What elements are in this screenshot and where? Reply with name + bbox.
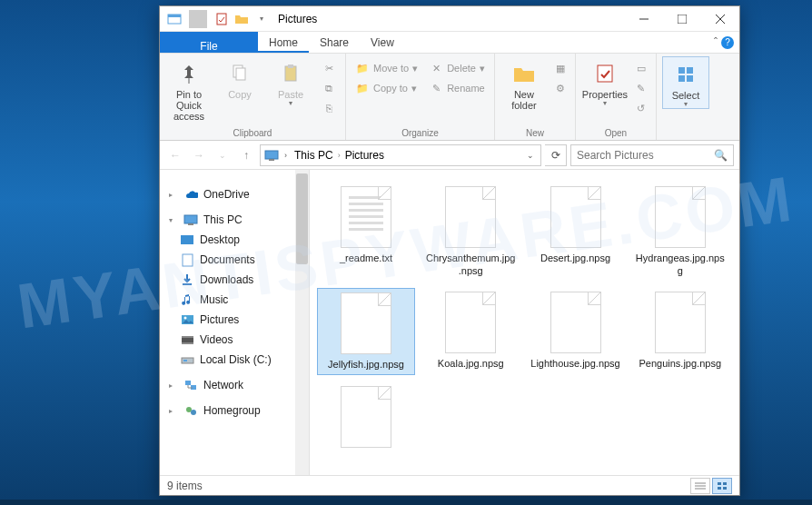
- view-large-icons-button[interactable]: [712, 478, 732, 494]
- file-name-label: Koala.jpg.npsg: [438, 357, 504, 370]
- file-item[interactable]: _readme.txt: [317, 183, 415, 281]
- properties-button[interactable]: Properties ▾: [581, 56, 629, 107]
- sidebar-label: Homegroup: [203, 404, 261, 417]
- tab-share[interactable]: Share: [309, 32, 360, 53]
- file-item[interactable]: [317, 382, 415, 455]
- view-details-button[interactable]: [690, 478, 710, 494]
- copy-to-button[interactable]: 📁Copy to ▾: [352, 79, 421, 97]
- tab-home[interactable]: Home: [258, 32, 309, 53]
- scrollbar-thumb[interactable]: [296, 173, 308, 264]
- new-item-button[interactable]: ▦: [551, 59, 569, 77]
- svg-point-25: [183, 317, 186, 320]
- svg-rect-16: [687, 75, 693, 82]
- paste-button[interactable]: Paste ▾: [267, 56, 314, 107]
- open-button[interactable]: ▭: [632, 59, 650, 77]
- sidebar-item-downloads[interactable]: Downloads: [163, 270, 305, 290]
- expand-icon[interactable]: ▸: [169, 381, 178, 390]
- status-item-count: 9 items: [167, 480, 203, 492]
- breadcrumb-sep[interactable]: ›: [338, 151, 341, 160]
- group-new-label: New: [500, 128, 569, 140]
- minimize-button[interactable]: [625, 6, 663, 32]
- svg-rect-19: [184, 215, 197, 223]
- titlebar: ▾ Pictures: [160, 6, 739, 32]
- copy-path-button[interactable]: ⧉: [318, 79, 340, 97]
- forward-button[interactable]: →: [189, 145, 209, 165]
- pc-icon: [264, 150, 279, 161]
- shortcut-icon: ⎘: [322, 101, 336, 115]
- sidebar-scrollbar[interactable]: [295, 170, 309, 475]
- music-icon: [180, 292, 194, 307]
- breadcrumb-pictures[interactable]: Pictures: [343, 149, 386, 162]
- cut-icon: ✂: [322, 61, 336, 75]
- qat-dropdown-icon[interactable]: ▾: [253, 10, 271, 28]
- file-item[interactable]: Jellyfish.jpg.npsg: [317, 288, 415, 375]
- help-icon[interactable]: ?: [721, 36, 734, 49]
- file-item[interactable]: Koala.jpg.npsg: [421, 288, 520, 375]
- easy-access-button[interactable]: ⚙: [551, 79, 569, 97]
- close-button[interactable]: [701, 6, 739, 32]
- properties-icon: [595, 58, 615, 89]
- qat-newfolder-icon[interactable]: [233, 10, 251, 28]
- collapse-icon[interactable]: ▾: [169, 216, 178, 224]
- expand-icon[interactable]: ▸: [169, 191, 178, 199]
- select-button[interactable]: Select ▾: [662, 56, 709, 109]
- sidebar-item-homegroup[interactable]: ▸ Homegroup: [163, 401, 305, 421]
- copy-button[interactable]: Copy: [216, 56, 263, 100]
- cut-button[interactable]: ✂: [318, 59, 340, 77]
- file-item[interactable]: Penguins.jpg.npsg: [631, 288, 729, 375]
- desktop-icon: [180, 233, 194, 247]
- explorer-icon: [165, 10, 183, 28]
- pin-label: Pin to Quick access: [165, 89, 213, 122]
- back-button[interactable]: ←: [165, 145, 185, 165]
- move-to-button[interactable]: 📁Move to ▾: [352, 59, 421, 77]
- new-folder-button[interactable]: New folder: [500, 56, 548, 111]
- paste-shortcut-button[interactable]: ⎘: [318, 99, 340, 117]
- qat-properties-icon[interactable]: [213, 10, 231, 28]
- history-button[interactable]: ↺: [632, 99, 650, 117]
- breadcrumb[interactable]: › This PC › Pictures ⌄: [260, 144, 541, 166]
- file-item[interactable]: Lighthouse.jpg.npsg: [527, 288, 625, 375]
- rename-button[interactable]: ✎Rename: [425, 79, 489, 97]
- refresh-button[interactable]: ⟳: [545, 144, 567, 166]
- svg-rect-38: [718, 482, 721, 485]
- tab-file[interactable]: File: [160, 32, 258, 53]
- file-item[interactable]: Desert.jpg.npsg: [527, 183, 625, 281]
- ribbon: Pin to Quick access Copy Paste ▾ ✂: [160, 54, 739, 141]
- svg-rect-2: [217, 14, 226, 25]
- sidebar-item-network[interactable]: ▸ Network: [163, 375, 305, 395]
- ribbon-collapse[interactable]: ˆ ?: [708, 32, 739, 53]
- new-folder-icon: [512, 58, 536, 89]
- sidebar-item-documents[interactable]: Documents: [163, 250, 305, 270]
- edit-button[interactable]: ✎: [632, 79, 650, 97]
- breadcrumb-root-drop[interactable]: ›: [282, 151, 290, 160]
- breadcrumb-thispc[interactable]: This PC: [292, 149, 335, 162]
- group-clipboard-label: Clipboard: [165, 128, 340, 140]
- search-box[interactable]: 🔍: [570, 144, 734, 166]
- new-folder-label: New folder: [500, 89, 548, 111]
- pin-to-quick-access-button[interactable]: Pin to Quick access: [165, 56, 213, 122]
- maximize-button[interactable]: [663, 6, 701, 32]
- delete-button[interactable]: ✕Delete ▾: [425, 59, 489, 77]
- sidebar-item-localdisk[interactable]: Local Disk (C:): [163, 350, 305, 370]
- expand-icon[interactable]: ▸: [169, 407, 178, 415]
- sidebar-item-pictures[interactable]: Pictures: [163, 310, 305, 330]
- sidebar-item-videos[interactable]: Videos: [163, 330, 305, 350]
- file-item[interactable]: Hydrangeas.jpg.npsg: [631, 183, 729, 281]
- file-name-label: Penguins.jpg.npsg: [639, 357, 721, 370]
- breadcrumb-dropdown[interactable]: ⌄: [524, 151, 537, 160]
- file-list[interactable]: _readme.txtChrysanthemum.jpg.npsgDesert.…: [310, 170, 739, 475]
- tab-view[interactable]: View: [360, 32, 405, 53]
- file-item[interactable]: Chrysanthemum.jpg.npsg: [421, 183, 520, 281]
- sidebar-item-thispc[interactable]: ▾ This PC: [163, 210, 305, 230]
- search-input[interactable]: [577, 149, 714, 162]
- recent-locations-button[interactable]: ⌄: [213, 145, 233, 165]
- network-icon: [183, 378, 198, 392]
- svg-rect-18: [269, 159, 274, 161]
- rename-icon: ✎: [429, 81, 443, 95]
- svg-rect-41: [723, 487, 727, 490]
- up-button[interactable]: ↑: [236, 145, 256, 165]
- sidebar-item-desktop[interactable]: Desktop: [163, 230, 305, 250]
- sidebar-item-onedrive[interactable]: ▸ OneDrive: [163, 184, 305, 204]
- sidebar-item-music[interactable]: Music: [163, 290, 305, 310]
- file-name-label: Lighthouse.jpg.npsg: [530, 357, 619, 370]
